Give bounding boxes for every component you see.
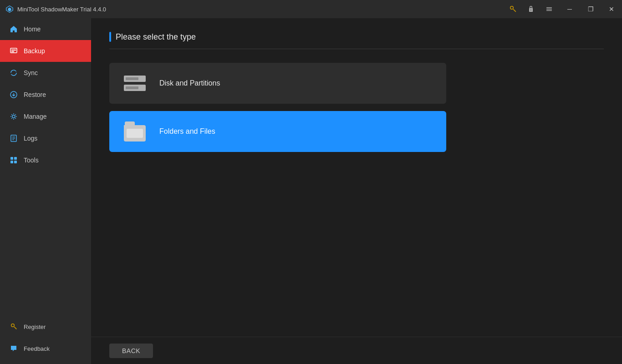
app-logo: MiniTool ShadowMaker Trial 4.4.0	[5, 5, 106, 13]
backup-icon	[9, 46, 18, 56]
svg-rect-4	[546, 10, 552, 11]
disk-bar-inner-2	[126, 86, 138, 89]
close-button[interactable]: ✕	[601, 0, 622, 18]
svg-rect-17	[14, 161, 17, 163]
minimize-button[interactable]: ─	[559, 0, 580, 18]
back-button[interactable]: BACK	[109, 344, 153, 358]
svg-rect-2	[546, 7, 552, 8]
app-logo-icon	[5, 5, 14, 13]
svg-marker-1	[8, 7, 11, 11]
app-layout: Home Backup Sync Restore	[0, 18, 622, 364]
disk-bar-inner-1	[126, 77, 138, 80]
sidebar-item-backup[interactable]: Backup	[0, 40, 91, 62]
restore-button[interactable]: ❐	[580, 0, 601, 18]
tools-icon	[9, 156, 18, 165]
svg-rect-14	[10, 157, 13, 160]
sidebar-label-home: Home	[24, 25, 41, 33]
logs-icon	[9, 134, 18, 143]
sidebar-bottom: Register Feedback	[0, 316, 91, 364]
sidebar-label-register: Register	[24, 324, 46, 330]
home-icon	[9, 25, 18, 34]
sidebar-label-restore: Restore	[24, 91, 46, 98]
disk-bar-2	[124, 85, 146, 91]
restore-icon	[9, 90, 18, 99]
sidebar-item-logs[interactable]: Logs	[0, 127, 91, 149]
svg-point-9	[12, 115, 15, 118]
titlebar: MiniTool ShadowMaker Trial 4.4.0 ─ ❐ ✕	[0, 0, 622, 18]
disk-partitions-label: Disk and Partitions	[159, 79, 220, 87]
sidebar-label-backup: Backup	[24, 47, 45, 55]
sync-icon	[9, 68, 18, 77]
disk-partitions-option[interactable]: Disk and Partitions	[109, 63, 446, 104]
folder-tab	[125, 121, 135, 125]
sidebar-item-tools[interactable]: Tools	[0, 149, 91, 171]
folders-files-label: Folders and Files	[159, 127, 215, 136]
folder-body	[124, 125, 146, 142]
svg-rect-7	[11, 51, 14, 52]
folder-icon	[124, 121, 146, 142]
sidebar-label-logs: Logs	[24, 135, 37, 142]
svg-rect-16	[10, 161, 13, 163]
register-icon	[9, 322, 18, 331]
titlebar-controls: ─ ❐ ✕	[505, 0, 622, 18]
main-content: Please select the type Disk and Partitio…	[91, 18, 622, 364]
sidebar-label-manage: Manage	[24, 113, 47, 120]
folder-body-inner	[127, 129, 143, 138]
app-title: MiniTool ShadowMaker Trial 4.4.0	[17, 6, 106, 13]
disk-icon	[124, 74, 146, 92]
sidebar-label-tools: Tools	[24, 157, 39, 164]
page-title: Please select the type	[109, 32, 604, 49]
feedback-icon	[9, 344, 18, 353]
svg-rect-6	[11, 50, 16, 51]
bottom-bar: BACK	[91, 337, 622, 364]
sidebar-label-feedback: Feedback	[24, 345, 50, 352]
content-area: Please select the type Disk and Partitio…	[91, 18, 622, 337]
svg-rect-15	[14, 157, 17, 160]
toolbar-lock-icon[interactable]	[523, 0, 539, 18]
sidebar: Home Backup Sync Restore	[0, 18, 91, 364]
svg-rect-3	[546, 9, 552, 10]
manage-icon	[9, 112, 18, 121]
sidebar-item-feedback[interactable]: Feedback	[0, 338, 91, 359]
sidebar-item-manage[interactable]: Manage	[0, 106, 91, 127]
disk-bar-1	[124, 76, 146, 82]
sidebar-label-sync: Sync	[24, 69, 38, 76]
sidebar-item-sync[interactable]: Sync	[0, 62, 91, 84]
folders-files-option[interactable]: Folders and Files	[109, 111, 446, 152]
toolbar-key-icon[interactable]	[505, 0, 521, 18]
sidebar-item-home[interactable]: Home	[0, 18, 91, 40]
sidebar-item-restore[interactable]: Restore	[0, 84, 91, 106]
toolbar-menu-icon[interactable]	[541, 0, 557, 18]
sidebar-item-register[interactable]: Register	[0, 316, 91, 338]
